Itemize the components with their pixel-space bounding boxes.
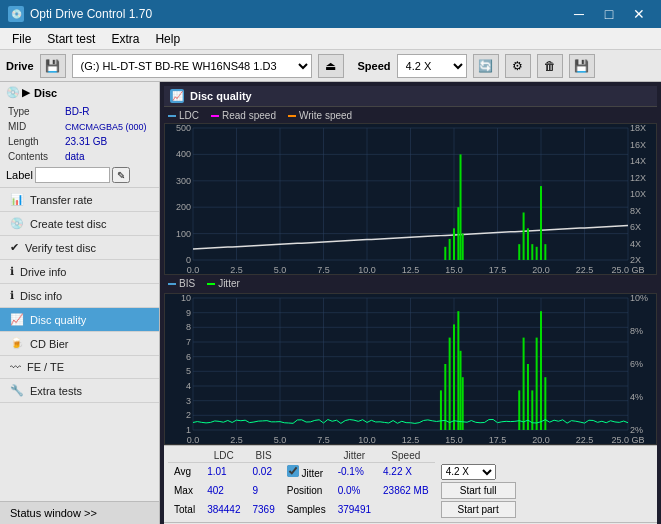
charts-area: BIS Jitter	[164, 123, 657, 445]
settings-button[interactable]: ⚙	[505, 54, 531, 78]
close-button[interactable]: ✕	[625, 3, 653, 25]
legend-jitter: Jitter	[207, 278, 240, 289]
stats-col-spacer	[281, 449, 332, 463]
label-edit-btn[interactable]: ✎	[112, 167, 130, 183]
label-field-label: Label	[6, 169, 33, 181]
disc-label-input[interactable]	[35, 167, 110, 183]
sidebar: 💿 ▶ Disc Type BD-R MID CMCMAGBA5 (000) L…	[0, 82, 160, 524]
minimize-button[interactable]: ─	[565, 3, 593, 25]
status-window-label: Status window >>	[10, 507, 97, 519]
disc-panel-title: Disc	[34, 87, 57, 99]
legend-ldc: LDC	[168, 110, 199, 121]
drive-select[interactable]: (G:) HL-DT-ST BD-RE WH16NS48 1.D3	[72, 54, 312, 78]
total-label: Total	[168, 500, 201, 519]
status-window-button[interactable]: Status window >>	[0, 501, 159, 524]
start-full-button[interactable]: Start full	[441, 482, 516, 499]
menu-help[interactable]: Help	[147, 28, 188, 50]
nav-transfer-rate[interactable]: 📊 Transfer rate	[0, 188, 159, 212]
stats-avg-row: Avg 1.01 0.02 Jitter -0.1% 4.22 X	[168, 463, 522, 481]
chart1-canvas	[165, 124, 656, 274]
avg-ldc: 1.01	[201, 463, 246, 481]
speed-label: Speed	[358, 60, 391, 72]
disc-label-row: Label ✎	[6, 167, 153, 183]
stats-col-bis: BIS	[247, 449, 281, 463]
jitter-dot	[207, 283, 215, 285]
nav-verify-test-disc[interactable]: ✔ Verify test disc	[0, 236, 159, 260]
disc-panel: 💿 ▶ Disc Type BD-R MID CMCMAGBA5 (000) L…	[0, 82, 159, 188]
type-value: BD-R	[65, 105, 151, 118]
nav-disc-info[interactable]: ℹ Disc info	[0, 284, 159, 308]
legend-jitter-label: Jitter	[218, 278, 240, 289]
stats-col-ldc: LDC	[201, 449, 246, 463]
length-label: Length	[8, 135, 63, 148]
chart1-legend: LDC Read speed Write speed	[168, 110, 657, 121]
avg-jitter: -0.1%	[332, 463, 377, 481]
menubar: File Start test Extra Help	[0, 28, 661, 50]
speed-value: 4.22 X	[383, 466, 412, 477]
contents-value: data	[65, 150, 151, 163]
titlebar-left: 💿 Opti Drive Control 1.70	[8, 6, 152, 22]
mid-label: MID	[8, 120, 63, 133]
disc-info-icon: ℹ	[10, 289, 14, 302]
maximize-button[interactable]: □	[595, 3, 623, 25]
app-icon: 💿	[8, 6, 24, 22]
chart-panel-title: Disc quality	[190, 90, 252, 102]
nav-extra-tests[interactable]: 🔧 Extra tests	[0, 379, 159, 403]
jitter-check-label: Jitter	[302, 468, 324, 479]
menu-extra[interactable]: Extra	[103, 28, 147, 50]
refresh-button[interactable]: 🔄	[473, 54, 499, 78]
eject-button[interactable]: ⏏	[318, 54, 344, 78]
verify-disc-icon: ✔	[10, 241, 19, 254]
chart2-container	[164, 293, 657, 445]
contents-label: Contents	[8, 150, 63, 163]
nav-fe-te[interactable]: 〰 FE / TE	[0, 356, 159, 379]
samples-value: 379491	[332, 500, 377, 519]
menu-start-test[interactable]: Start test	[39, 28, 103, 50]
type-label: Type	[8, 105, 63, 118]
legend-bis-label: BIS	[179, 278, 195, 289]
stats-max-row: Max 402 9 Position 0.0% 23862 MB Start f…	[168, 481, 522, 500]
speed-select[interactable]: 4.2 X	[397, 54, 467, 78]
disc-panel-header: 💿 ▶ Disc	[6, 86, 153, 99]
disc-icon-area: 💿 ▶	[6, 86, 30, 99]
titlebar-controls: ─ □ ✕	[565, 3, 653, 25]
start-part-button[interactable]: Start part	[441, 501, 516, 518]
menu-file[interactable]: File	[4, 28, 39, 50]
content-area: 📈 Disc quality LDC Read speed Write spee…	[160, 82, 661, 524]
jitter-checkbox[interactable]	[287, 465, 299, 477]
speed-select-stats[interactable]: 4.2 X	[441, 464, 496, 480]
ldc-dot	[168, 115, 176, 117]
stats-col-jitter: Jitter	[332, 449, 377, 463]
max-ldc: 402	[201, 481, 246, 500]
legend-bis: BIS	[168, 278, 195, 289]
stats-total-row: Total 384442 7369 Samples 379491 Start p…	[168, 500, 522, 519]
length-value: 23.31 GB	[65, 135, 151, 148]
main-layout: 💿 ▶ Disc Type BD-R MID CMCMAGBA5 (000) L…	[0, 82, 661, 524]
legend-read-speed-label: Read speed	[222, 110, 276, 121]
jitter-checkbox-cell[interactable]: Jitter	[281, 463, 332, 481]
max-label: Max	[168, 481, 201, 500]
drive-info-icon: ℹ	[10, 265, 14, 278]
read-speed-dot	[211, 115, 219, 117]
drive-icon-btn[interactable]: 💾	[40, 54, 66, 78]
nav-cd-bier[interactable]: 🍺 CD Bier	[0, 332, 159, 356]
erase-button[interactable]: 🗑	[537, 54, 563, 78]
nav-create-test-disc[interactable]: 💿 Create test disc	[0, 212, 159, 236]
legend-read-speed: Read speed	[211, 110, 276, 121]
chart-header-icon: 📈	[170, 89, 184, 103]
disc-info-table: Type BD-R MID CMCMAGBA5 (000) Length 23.…	[6, 103, 153, 165]
cd-bier-icon: 🍺	[10, 337, 24, 350]
nav-disc-quality[interactable]: 📈 Disc quality	[0, 308, 159, 332]
save-button[interactable]: 💾	[569, 54, 595, 78]
stats-col-speed: Speed	[377, 449, 435, 463]
max-jitter: 0.0%	[332, 481, 377, 500]
total-ldc: 384442	[201, 500, 246, 519]
write-speed-dot	[288, 115, 296, 117]
transfer-rate-icon: 📊	[10, 193, 24, 206]
chart2-legend: BIS Jitter	[168, 278, 657, 289]
disc-icon: 💿	[6, 86, 20, 99]
nav-items: 📊 Transfer rate 💿 Create test disc ✔ Ver…	[0, 188, 159, 501]
chart2-canvas	[165, 294, 656, 444]
fe-te-icon: 〰	[10, 361, 21, 373]
nav-drive-info[interactable]: ℹ Drive info	[0, 260, 159, 284]
